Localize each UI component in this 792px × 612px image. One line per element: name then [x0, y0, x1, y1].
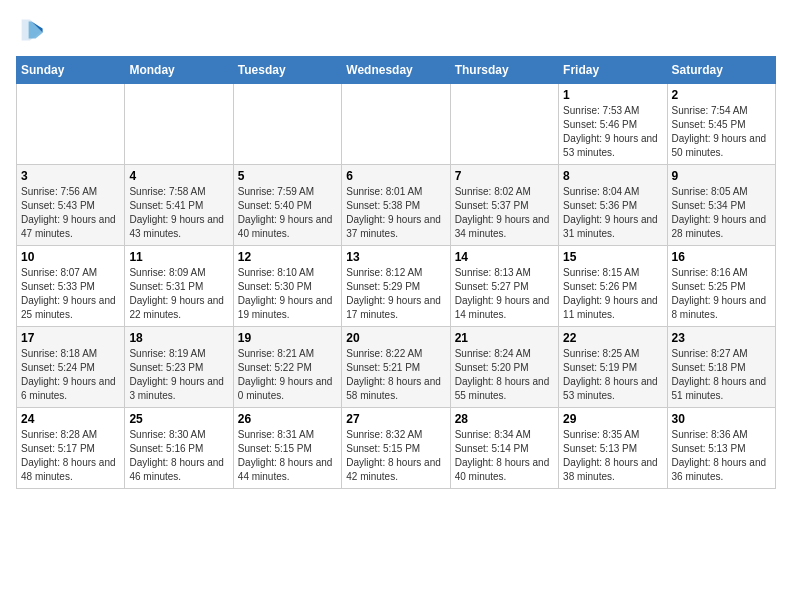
- day-cell: 23Sunrise: 8:27 AM Sunset: 5:18 PM Dayli…: [667, 327, 775, 408]
- day-cell: 26Sunrise: 8:31 AM Sunset: 5:15 PM Dayli…: [233, 408, 341, 489]
- day-number: 22: [563, 331, 662, 345]
- day-number: 12: [238, 250, 337, 264]
- day-info: Sunrise: 8:35 AM Sunset: 5:13 PM Dayligh…: [563, 428, 662, 484]
- calendar: SundayMondayTuesdayWednesdayThursdayFrid…: [16, 56, 776, 489]
- day-cell: 15Sunrise: 8:15 AM Sunset: 5:26 PM Dayli…: [559, 246, 667, 327]
- day-info: Sunrise: 8:30 AM Sunset: 5:16 PM Dayligh…: [129, 428, 228, 484]
- day-cell: 20Sunrise: 8:22 AM Sunset: 5:21 PM Dayli…: [342, 327, 450, 408]
- day-cell: 30Sunrise: 8:36 AM Sunset: 5:13 PM Dayli…: [667, 408, 775, 489]
- day-cell: [233, 84, 341, 165]
- day-info: Sunrise: 8:24 AM Sunset: 5:20 PM Dayligh…: [455, 347, 554, 403]
- day-cell: 16Sunrise: 8:16 AM Sunset: 5:25 PM Dayli…: [667, 246, 775, 327]
- day-info: Sunrise: 8:07 AM Sunset: 5:33 PM Dayligh…: [21, 266, 120, 322]
- header-sunday: Sunday: [17, 57, 125, 84]
- day-info: Sunrise: 8:04 AM Sunset: 5:36 PM Dayligh…: [563, 185, 662, 241]
- day-number: 23: [672, 331, 771, 345]
- day-cell: 22Sunrise: 8:25 AM Sunset: 5:19 PM Dayli…: [559, 327, 667, 408]
- day-info: Sunrise: 8:10 AM Sunset: 5:30 PM Dayligh…: [238, 266, 337, 322]
- day-cell: 14Sunrise: 8:13 AM Sunset: 5:27 PM Dayli…: [450, 246, 558, 327]
- day-number: 29: [563, 412, 662, 426]
- day-info: Sunrise: 8:12 AM Sunset: 5:29 PM Dayligh…: [346, 266, 445, 322]
- week-row-4: 24Sunrise: 8:28 AM Sunset: 5:17 PM Dayli…: [17, 408, 776, 489]
- day-cell: 1Sunrise: 7:53 AM Sunset: 5:46 PM Daylig…: [559, 84, 667, 165]
- day-number: 15: [563, 250, 662, 264]
- header-tuesday: Tuesday: [233, 57, 341, 84]
- day-cell: 3Sunrise: 7:56 AM Sunset: 5:43 PM Daylig…: [17, 165, 125, 246]
- day-info: Sunrise: 8:02 AM Sunset: 5:37 PM Dayligh…: [455, 185, 554, 241]
- logo: [16, 16, 48, 44]
- day-number: 28: [455, 412, 554, 426]
- day-cell: 18Sunrise: 8:19 AM Sunset: 5:23 PM Dayli…: [125, 327, 233, 408]
- day-number: 21: [455, 331, 554, 345]
- week-row-1: 3Sunrise: 7:56 AM Sunset: 5:43 PM Daylig…: [17, 165, 776, 246]
- header-monday: Monday: [125, 57, 233, 84]
- day-info: Sunrise: 8:19 AM Sunset: 5:23 PM Dayligh…: [129, 347, 228, 403]
- header-saturday: Saturday: [667, 57, 775, 84]
- day-number: 14: [455, 250, 554, 264]
- day-info: Sunrise: 8:09 AM Sunset: 5:31 PM Dayligh…: [129, 266, 228, 322]
- calendar-header-row: SundayMondayTuesdayWednesdayThursdayFrid…: [17, 57, 776, 84]
- day-info: Sunrise: 8:16 AM Sunset: 5:25 PM Dayligh…: [672, 266, 771, 322]
- day-info: Sunrise: 8:05 AM Sunset: 5:34 PM Dayligh…: [672, 185, 771, 241]
- day-number: 6: [346, 169, 445, 183]
- day-cell: 28Sunrise: 8:34 AM Sunset: 5:14 PM Dayli…: [450, 408, 558, 489]
- day-info: Sunrise: 7:56 AM Sunset: 5:43 PM Dayligh…: [21, 185, 120, 241]
- day-number: 16: [672, 250, 771, 264]
- day-number: 13: [346, 250, 445, 264]
- day-info: Sunrise: 8:27 AM Sunset: 5:18 PM Dayligh…: [672, 347, 771, 403]
- day-number: 18: [129, 331, 228, 345]
- day-info: Sunrise: 8:36 AM Sunset: 5:13 PM Dayligh…: [672, 428, 771, 484]
- day-info: Sunrise: 8:31 AM Sunset: 5:15 PM Dayligh…: [238, 428, 337, 484]
- day-number: 19: [238, 331, 337, 345]
- day-number: 2: [672, 88, 771, 102]
- day-cell: 25Sunrise: 8:30 AM Sunset: 5:16 PM Dayli…: [125, 408, 233, 489]
- day-number: 3: [21, 169, 120, 183]
- day-number: 24: [21, 412, 120, 426]
- day-cell: 12Sunrise: 8:10 AM Sunset: 5:30 PM Dayli…: [233, 246, 341, 327]
- day-info: Sunrise: 8:18 AM Sunset: 5:24 PM Dayligh…: [21, 347, 120, 403]
- day-info: Sunrise: 8:15 AM Sunset: 5:26 PM Dayligh…: [563, 266, 662, 322]
- day-cell: 8Sunrise: 8:04 AM Sunset: 5:36 PM Daylig…: [559, 165, 667, 246]
- week-row-3: 17Sunrise: 8:18 AM Sunset: 5:24 PM Dayli…: [17, 327, 776, 408]
- day-cell: 11Sunrise: 8:09 AM Sunset: 5:31 PM Dayli…: [125, 246, 233, 327]
- day-number: 26: [238, 412, 337, 426]
- day-number: 27: [346, 412, 445, 426]
- day-number: 30: [672, 412, 771, 426]
- day-cell: 4Sunrise: 7:58 AM Sunset: 5:41 PM Daylig…: [125, 165, 233, 246]
- day-cell: [342, 84, 450, 165]
- day-number: 5: [238, 169, 337, 183]
- day-cell: 9Sunrise: 8:05 AM Sunset: 5:34 PM Daylig…: [667, 165, 775, 246]
- day-info: Sunrise: 7:53 AM Sunset: 5:46 PM Dayligh…: [563, 104, 662, 160]
- day-cell: 10Sunrise: 8:07 AM Sunset: 5:33 PM Dayli…: [17, 246, 125, 327]
- logo-icon: [16, 16, 44, 44]
- day-info: Sunrise: 8:13 AM Sunset: 5:27 PM Dayligh…: [455, 266, 554, 322]
- week-row-2: 10Sunrise: 8:07 AM Sunset: 5:33 PM Dayli…: [17, 246, 776, 327]
- day-info: Sunrise: 7:54 AM Sunset: 5:45 PM Dayligh…: [672, 104, 771, 160]
- day-cell: 13Sunrise: 8:12 AM Sunset: 5:29 PM Dayli…: [342, 246, 450, 327]
- day-info: Sunrise: 8:34 AM Sunset: 5:14 PM Dayligh…: [455, 428, 554, 484]
- day-number: 20: [346, 331, 445, 345]
- day-info: Sunrise: 8:22 AM Sunset: 5:21 PM Dayligh…: [346, 347, 445, 403]
- day-info: Sunrise: 7:58 AM Sunset: 5:41 PM Dayligh…: [129, 185, 228, 241]
- day-number: 1: [563, 88, 662, 102]
- header-wednesday: Wednesday: [342, 57, 450, 84]
- day-cell: [125, 84, 233, 165]
- day-number: 4: [129, 169, 228, 183]
- day-number: 11: [129, 250, 228, 264]
- day-number: 9: [672, 169, 771, 183]
- day-cell: 17Sunrise: 8:18 AM Sunset: 5:24 PM Dayli…: [17, 327, 125, 408]
- day-number: 25: [129, 412, 228, 426]
- day-info: Sunrise: 8:32 AM Sunset: 5:15 PM Dayligh…: [346, 428, 445, 484]
- day-cell: 19Sunrise: 8:21 AM Sunset: 5:22 PM Dayli…: [233, 327, 341, 408]
- day-cell: [450, 84, 558, 165]
- day-info: Sunrise: 8:21 AM Sunset: 5:22 PM Dayligh…: [238, 347, 337, 403]
- day-number: 17: [21, 331, 120, 345]
- day-cell: 7Sunrise: 8:02 AM Sunset: 5:37 PM Daylig…: [450, 165, 558, 246]
- day-cell: 6Sunrise: 8:01 AM Sunset: 5:38 PM Daylig…: [342, 165, 450, 246]
- day-info: Sunrise: 8:01 AM Sunset: 5:38 PM Dayligh…: [346, 185, 445, 241]
- day-info: Sunrise: 8:28 AM Sunset: 5:17 PM Dayligh…: [21, 428, 120, 484]
- day-cell: 2Sunrise: 7:54 AM Sunset: 5:45 PM Daylig…: [667, 84, 775, 165]
- header-thursday: Thursday: [450, 57, 558, 84]
- day-cell: 29Sunrise: 8:35 AM Sunset: 5:13 PM Dayli…: [559, 408, 667, 489]
- day-number: 8: [563, 169, 662, 183]
